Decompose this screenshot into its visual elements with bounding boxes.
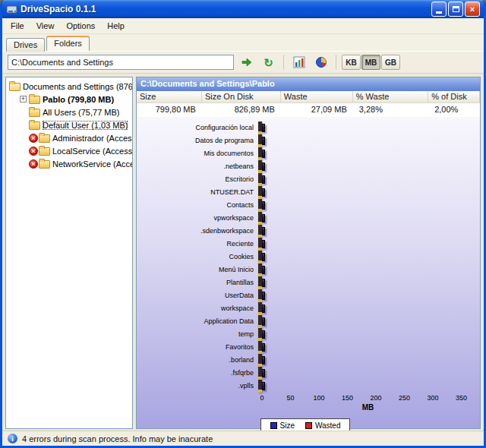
chart-row (262, 212, 474, 225)
chart-bar[interactable] (262, 227, 265, 235)
chart-row (262, 328, 474, 341)
title-bar: DriveSpacio 0.1.1 × (2, 0, 484, 18)
legend-item: Size (270, 421, 295, 430)
menu-item-file[interactable]: File (5, 19, 30, 33)
chart-xlabel-row: MB (137, 403, 474, 414)
maximize-button[interactable] (448, 2, 463, 17)
minimize-button[interactable] (431, 2, 447, 17)
chart-row (262, 147, 474, 160)
details-values-row: 799,80 MB826,89 MB27,09 MB3,28%2,00% (137, 103, 480, 117)
chart-bar[interactable] (262, 343, 265, 352)
chart-category-label: Mis documentos (137, 147, 258, 160)
menu-item-options[interactable]: Options (60, 19, 101, 33)
axis-tick-label: 150 (342, 394, 353, 402)
axis-tick-label: 100 (313, 394, 324, 402)
chart-row (262, 225, 474, 238)
unit-button-mb[interactable]: MB (361, 55, 380, 70)
chart-bar[interactable] (262, 266, 265, 274)
tree-item-label: All Users (75,77 MB) (43, 108, 119, 117)
wasted-segment (264, 304, 265, 313)
wasted-segment (264, 343, 265, 352)
tree-item[interactable]: Documents and Settings (876,60 (6, 80, 132, 93)
unit-buttons: KBMBGB (342, 55, 400, 70)
tree-item[interactable]: ×NetworkService (Access D... (6, 157, 132, 170)
tree-item[interactable]: ×LocalService (Access Deni... (6, 144, 132, 157)
details-path-header: C:\Documents and Settings\Pablo (137, 77, 480, 91)
chart-labels: Configuración localDatos de programaMis … (137, 121, 258, 393)
folder-icon (9, 83, 21, 91)
chart-row (262, 276, 474, 289)
column-header: % Waste (353, 91, 428, 103)
axis-tick-label: 300 (427, 394, 438, 402)
chart-row (262, 302, 474, 315)
chart-bar[interactable] (262, 124, 265, 132)
chart-row (262, 341, 474, 354)
tree-item[interactable]: +Pablo (799,80 MB) (6, 93, 132, 106)
chart-bar[interactable] (262, 175, 265, 184)
folder-icon (29, 96, 40, 104)
folder-icon (39, 160, 50, 169)
chart-bar[interactable] (262, 240, 265, 248)
tree-item-label: Pablo (799,80 MB) (43, 95, 114, 104)
axis-tick-label: 350 (456, 394, 467, 402)
chart-bar[interactable] (262, 150, 265, 158)
chart-category-label: Datos de programa (137, 134, 258, 147)
pie-chart-icon[interactable] (311, 54, 330, 71)
chart-tracks (262, 121, 474, 393)
refresh-icon[interactable]: ↻ (259, 54, 278, 71)
chart-bar[interactable] (262, 201, 265, 210)
close-button[interactable]: × (465, 2, 480, 17)
menu-item-help[interactable]: Help (101, 19, 131, 33)
chart-bar[interactable] (262, 292, 265, 300)
chart-bar[interactable] (262, 304, 265, 313)
tab-folders[interactable]: Folders (46, 36, 90, 51)
tree-item-label: LocalService (Access Deni... (52, 147, 132, 156)
tree-item[interactable]: Default User (1,03 MB) (6, 118, 132, 131)
toolbar: ↻ KBMBGB (2, 51, 484, 74)
chart-ticks-row: 050100150200250300350 (137, 394, 474, 403)
main-area: Documents and Settings (876,60+Pablo (79… (2, 74, 484, 431)
chart-bar[interactable] (262, 356, 265, 364)
expander-icon[interactable]: + (20, 96, 27, 103)
chart-bar[interactable] (262, 214, 265, 222)
chart-category-label: Reciente (137, 238, 258, 251)
chart-bar[interactable] (262, 330, 265, 339)
tree-item[interactable]: ×Administrador (Access Den... (6, 131, 132, 144)
chart-category-label: Favoritos (137, 341, 258, 354)
chart-bar[interactable] (262, 188, 265, 197)
chart-bar[interactable] (262, 317, 265, 326)
go-icon[interactable] (237, 54, 256, 71)
wasted-segment (264, 369, 265, 377)
status-text: 4 errors during scan process. Info may b… (22, 434, 213, 443)
refresh-glyph: ↻ (264, 57, 273, 68)
chart-row (262, 263, 474, 276)
wasted-segment (264, 266, 265, 274)
unit-button-kb[interactable]: KB (342, 55, 361, 70)
chart-row (262, 251, 474, 263)
chart-category-label: Menú Inicio (137, 263, 258, 276)
folder-tree: Documents and Settings (876,60+Pablo (79… (5, 77, 133, 429)
wasted-segment (264, 292, 265, 300)
menu-bar: FileViewOptionsHelp (2, 18, 484, 34)
access-denied-icon: × (29, 147, 38, 156)
bar-chart-icon[interactable] (289, 54, 308, 71)
chart-bar[interactable] (262, 369, 265, 377)
chart-bar[interactable] (262, 382, 265, 390)
go-arrow-glyph (241, 56, 253, 68)
unit-button-gb[interactable]: GB (381, 55, 400, 70)
chart-category-label: Plantillas (137, 276, 258, 289)
path-input[interactable] (8, 55, 234, 70)
chart-category-label: .netbeans (137, 160, 258, 173)
legend-label: Size (280, 421, 295, 430)
menu-item-view[interactable]: View (30, 19, 61, 33)
chart-bar[interactable] (262, 137, 265, 145)
tab-drives[interactable]: Drives (6, 38, 45, 52)
chart-bar[interactable] (262, 162, 265, 171)
chart-row (262, 380, 474, 393)
chart-bar[interactable] (262, 279, 265, 287)
chart-category-label: .vplls (137, 380, 258, 393)
value-cell: 3,28% (353, 103, 428, 117)
value-cell: 2,00% (428, 103, 480, 117)
tree-item[interactable]: All Users (75,77 MB) (6, 106, 132, 118)
chart-bar[interactable] (262, 253, 265, 261)
